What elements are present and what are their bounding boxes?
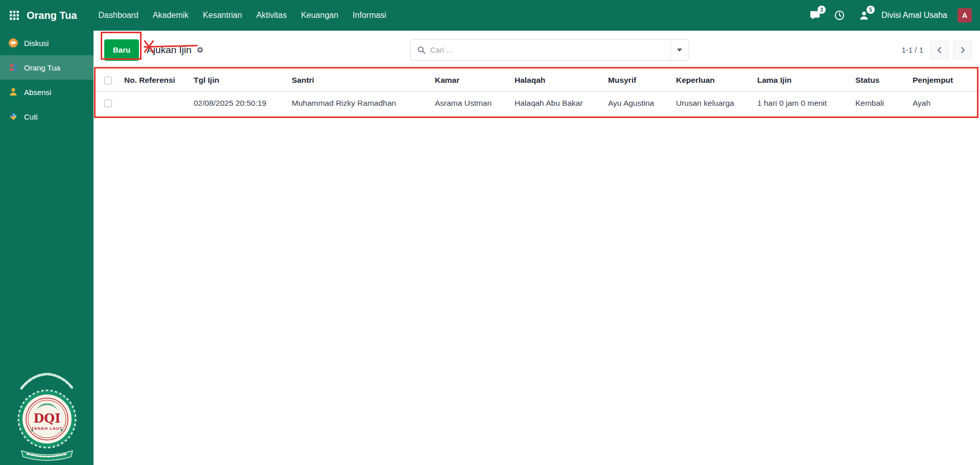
col-header-no-referensi[interactable]: No. Referensi xyxy=(122,69,192,91)
menu-item-informasi[interactable]: Informasi xyxy=(345,0,393,31)
cell-no-referensi xyxy=(122,91,192,115)
select-all-cell xyxy=(94,69,122,91)
magnifier-icon xyxy=(411,46,430,54)
search-input[interactable] xyxy=(430,40,670,60)
page-title: Ajukan Ijin xyxy=(147,44,192,56)
view-settings-button[interactable] xyxy=(196,46,204,54)
main-content: Baru Ajukan Ijin 1-1 / 1 xyxy=(94,31,980,465)
topbar-right: 3 5 Divisi Amal Usaha A xyxy=(808,8,980,22)
menu-item-kesantrian[interactable]: Kesantrian xyxy=(196,0,249,31)
new-record-button[interactable]: Baru xyxy=(104,39,139,61)
user-menu[interactable]: Divisi Amal Usaha xyxy=(881,11,947,20)
cell-keperluan: Urusan keluarga xyxy=(674,91,755,115)
sidebar: Diskusi Orang Tua Absensi Cuti xyxy=(0,31,94,465)
pagination: 1-1 / 1 xyxy=(901,41,972,59)
notifications-button[interactable]: 5 xyxy=(857,8,871,22)
sidebar-item-label: Absensi xyxy=(24,88,51,97)
menu-item-keuangan[interactable]: Keuangan xyxy=(294,0,345,31)
row-checkbox[interactable] xyxy=(104,100,112,107)
cell-tgl-ijin: 02/08/2025 20:50:19 xyxy=(192,91,290,115)
gear-icon xyxy=(196,46,204,54)
messages-button[interactable]: 3 xyxy=(808,8,822,22)
school-logo: DQI TANAH LAUT xyxy=(9,368,85,465)
person-icon xyxy=(8,87,18,97)
chevron-right-icon xyxy=(959,46,966,54)
cell-kamar: Asrama Ustman xyxy=(433,91,512,115)
chat-circle-icon xyxy=(8,38,18,48)
activities-button[interactable] xyxy=(832,8,847,22)
cell-penjemput: Ayah xyxy=(911,91,980,115)
sidebar-item-label: Cuti xyxy=(24,112,38,121)
search-bar xyxy=(410,39,689,61)
sidebar-item-orang-tua[interactable]: Orang Tua xyxy=(0,55,94,80)
col-header-kamar[interactable]: Kamar xyxy=(433,69,512,91)
sidebar-item-label: Orang Tua xyxy=(24,63,60,72)
table-header-row: No. Referensi Tgl Ijin Santri Kamar Hala… xyxy=(94,69,980,91)
select-all-checkbox[interactable] xyxy=(104,77,112,84)
sidebar-item-diskusi[interactable]: Diskusi xyxy=(0,31,94,55)
cell-lama-ijin: 1 hari 0 jam 0 menit xyxy=(755,91,853,115)
pager-previous-button[interactable] xyxy=(930,41,949,59)
cell-status: Kembali xyxy=(853,91,911,115)
topbar-menu: Dashboard Akademik Kesantrian Aktivitas … xyxy=(91,0,393,31)
apps-menu-button[interactable] xyxy=(3,0,26,31)
cell-halaqah: Halaqah Abu Bakar xyxy=(512,91,606,115)
records-table: No. Referensi Tgl Ijin Santri Kamar Hala… xyxy=(94,69,980,115)
sidebar-item-cuti[interactable]: Cuti xyxy=(0,104,94,129)
pinwheel-icon xyxy=(8,111,18,122)
col-header-tgl-ijin[interactable]: Tgl Ijin xyxy=(192,69,290,91)
menu-item-aktivitas[interactable]: Aktivitas xyxy=(249,0,294,31)
messages-badge: 3 xyxy=(818,6,826,14)
sidebar-item-label: Diskusi xyxy=(24,39,49,48)
col-header-status[interactable]: Status xyxy=(853,69,911,91)
cell-santri: Muhammad Rizky Ramadhan xyxy=(290,91,433,115)
clock-icon xyxy=(834,10,845,21)
logo-subtitle: TANAH LAUT xyxy=(31,426,62,431)
pagination-label: 1-1 / 1 xyxy=(901,45,923,54)
avatar[interactable]: A xyxy=(958,8,972,22)
table-row[interactable]: 02/08/2025 20:50:19 Muhammad Rizky Ramad… xyxy=(94,91,980,115)
breadcrumb: Ajukan Ijin xyxy=(147,44,204,56)
col-header-santri[interactable]: Santri xyxy=(290,69,433,91)
caret-down-icon xyxy=(677,49,682,52)
pager-next-button[interactable] xyxy=(953,41,972,59)
cell-musyrif: Ayu Agustina xyxy=(606,91,674,115)
row-select-cell xyxy=(94,91,122,115)
sidebar-item-absensi[interactable]: Absensi xyxy=(0,80,94,104)
menu-item-akademik[interactable]: Akademik xyxy=(146,0,196,31)
filter-dropdown-toggle[interactable] xyxy=(670,40,689,60)
chevron-left-icon xyxy=(936,46,943,54)
col-header-penjemput[interactable]: Penjemput xyxy=(911,69,980,91)
menu-item-dashboard[interactable]: Dashboard xyxy=(91,0,146,31)
grid-icon xyxy=(10,11,19,20)
col-header-musyrif[interactable]: Musyrif xyxy=(606,69,674,91)
notifications-badge: 5 xyxy=(867,6,875,14)
app-title: Orang Tua xyxy=(27,10,77,21)
topbar: Orang Tua Dashboard Akademik Kesantrian … xyxy=(0,0,980,31)
col-header-halaqah[interactable]: Halaqah xyxy=(512,69,606,91)
logo-abbr: DQI xyxy=(33,411,60,426)
control-panel: Baru Ajukan Ijin 1-1 / 1 xyxy=(94,31,980,69)
family-icon xyxy=(8,62,18,73)
col-header-lama-ijin[interactable]: Lama Ijin xyxy=(755,69,853,91)
col-header-keperluan[interactable]: Keperluan xyxy=(674,69,755,91)
